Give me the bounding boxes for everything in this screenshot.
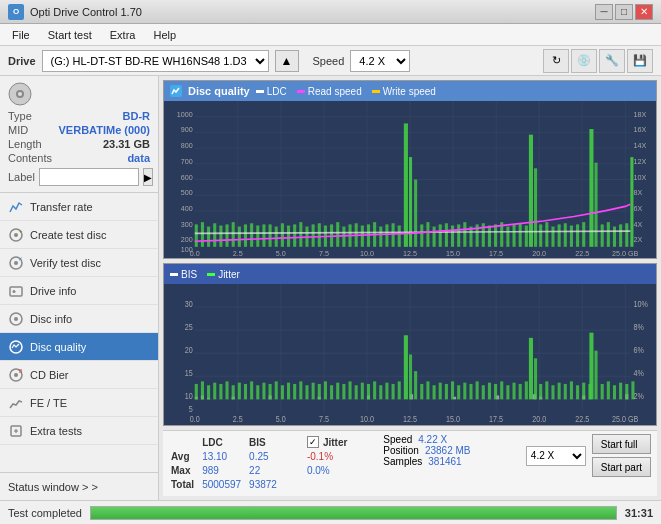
svg-rect-54 [414,180,417,247]
drive-select[interactable]: (G:) HL-DT-ST BD-RE WH16NS48 1.D3 [42,50,269,72]
svg-text:22.5: 22.5 [575,415,589,425]
svg-rect-216 [457,385,460,399]
disc-section: Type BD-R MID VERBATIMe (000) Length 23.… [0,76,158,193]
svg-rect-191 [305,385,308,399]
speed-label: Speed [313,55,345,67]
label-row: Label ▶ [8,168,150,186]
start-full-button[interactable]: Start full [592,434,651,454]
disc-type-row: Type BD-R [8,110,150,122]
total-bis: 93872 [249,479,283,491]
nav-section: Transfer rate + Create test disc ✓ Verif… [0,193,158,472]
settings-button[interactable]: 🔧 [599,49,625,73]
samples-value: 381461 [428,456,461,467]
label-input[interactable] [39,168,139,186]
statusbar: Test completed 31:31 [0,500,661,524]
svg-rect-181 [244,384,247,399]
position-label: Position [383,445,419,456]
titlebar: O Opti Drive Control 1.70 ─ □ ✕ [0,0,661,24]
svg-text:4%: 4% [633,369,643,379]
start-part-button[interactable]: Start part [592,457,651,477]
svg-rect-62 [312,224,315,246]
menu-help[interactable]: Help [145,27,184,43]
close-button[interactable]: ✕ [635,4,653,20]
svg-rect-74 [385,224,388,246]
svg-text:18X: 18X [633,109,646,118]
svg-text:900: 900 [181,125,193,134]
svg-rect-187 [281,385,284,399]
label-go-button[interactable]: ▶ [143,168,153,186]
nav-fe-te[interactable]: FE / TE [0,389,158,417]
svg-text:+: + [19,228,23,234]
total-label: Total [171,479,200,491]
nav-transfer-rate[interactable]: Transfer rate [0,193,158,221]
svg-rect-177 [219,384,222,399]
svg-rect-202 [373,381,376,399]
chart-svg-top: 1000 900 800 700 600 500 400 300 200 100… [164,101,656,258]
svg-text:2.5: 2.5 [233,415,243,425]
svg-rect-58 [287,226,290,247]
nav-create-test-disc[interactable]: + Create test disc [0,221,158,249]
svg-rect-207 [404,335,408,399]
max-label: Max [171,465,200,477]
svg-rect-80 [439,224,442,246]
svg-rect-219 [476,381,479,399]
stats-header-ldc: LDC [202,436,247,449]
speed-select[interactable]: 4.2 X [350,50,410,72]
svg-text:20: 20 [185,346,193,356]
svg-rect-236 [576,385,579,399]
svg-rect-63 [318,223,321,247]
content-area: Disc quality LDC Read speed Write speed [159,76,661,500]
svg-text:5.0: 5.0 [276,415,286,425]
svg-text:4X: 4X [633,219,642,228]
maximize-button[interactable]: □ [615,4,633,20]
bis-jitter-chart: BIS Jitter [163,263,657,426]
stats-speed-select[interactable]: 4.2 X [526,446,586,466]
svg-rect-239 [589,333,593,400]
jitter-checkbox[interactable]: ✓ [307,436,319,448]
menu-start-test[interactable]: Start test [40,27,100,43]
minimize-button[interactable]: ─ [595,4,613,20]
nav-disc-info[interactable]: Disc info [0,305,158,333]
svg-rect-225 [513,383,516,400]
svg-rect-201 [367,384,370,399]
titlebar-left: O Opti Drive Control 1.70 [8,4,142,20]
disc-info-icon [8,311,24,327]
svg-text:20.0: 20.0 [532,248,546,257]
svg-point-15 [14,373,18,377]
mid-value: VERBATIMe (000) [59,124,150,136]
save-button[interactable]: 💾 [627,49,653,73]
avg-label: Avg [171,451,200,463]
status-text: Test completed [8,507,82,519]
eject-button[interactable]: ▲ [275,50,299,72]
svg-text:200: 200 [181,235,193,244]
svg-rect-109 [613,227,616,247]
nav-extra-tests[interactable]: Extra tests [0,417,158,445]
svg-rect-60 [299,222,302,247]
menu-extra[interactable]: Extra [102,27,144,43]
window-controls: ─ □ ✕ [595,4,653,20]
samples-label: Samples [383,456,422,467]
svg-text:7.5: 7.5 [319,248,329,257]
svg-text:15: 15 [185,369,193,379]
svg-rect-81 [445,223,448,247]
svg-rect-96 [525,226,528,247]
svg-rect-180 [238,383,241,400]
svg-rect-204 [385,383,388,400]
menu-file[interactable]: File [4,27,38,43]
svg-rect-224 [506,385,509,399]
nav-disc-info-label: Disc info [30,313,72,325]
refresh-button[interactable]: ↻ [543,49,569,73]
svg-rect-193 [318,384,321,399]
svg-rect-203 [379,385,382,399]
status-window-button[interactable]: Status window > > [0,472,158,500]
svg-text:2%: 2% [633,392,643,402]
nav-cd-bier[interactable]: B CD Bier [0,361,158,389]
svg-rect-106 [582,222,585,247]
svg-text:12.5: 12.5 [403,415,417,425]
svg-rect-199 [355,385,358,399]
disc-icon-btn[interactable]: 💿 [571,49,597,73]
nav-disc-quality[interactable]: Disc quality [0,333,158,361]
nav-drive-info[interactable]: Drive info [0,277,158,305]
nav-verify-test-disc[interactable]: ✓ Verify test disc [0,249,158,277]
svg-rect-111 [625,223,628,247]
